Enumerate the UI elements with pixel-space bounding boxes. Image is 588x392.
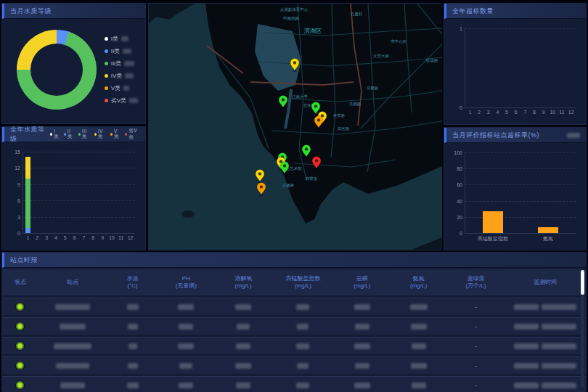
legend-item[interactable]: V类 [110,128,121,140]
table-cell [38,324,107,330]
value-redacted [128,324,138,330]
x-axis-tick: 7 [523,110,526,115]
table-cell: - [447,362,505,369]
value-redacted [235,363,251,369]
table-cell [334,324,391,330]
donut-chart [17,30,97,110]
x-axis-tick: 2 [478,110,481,115]
pin-center-dot [258,172,261,175]
y-axis-tick: 1 [460,26,462,31]
y-axis-tick: 6 [17,198,20,203]
legend-dot [94,133,97,136]
table-row[interactable]: - [2,337,586,354]
panel-station-report: 站点时报 状态站点水温(°C)PH(无量纲)溶解氧(mg/L)高锰酸盐指数(mg… [1,252,587,391]
legend-dot [125,133,127,136]
gridline [465,152,576,153]
bar[interactable] [538,227,558,233]
legend-item[interactable]: V类 [105,82,138,94]
status-indicator [16,322,24,330]
gridline [465,168,576,169]
legend-item[interactable]: III类 [78,128,90,140]
timestamp-redacted [514,363,539,369]
legend-value-redacted [123,86,129,91]
table-cell [2,381,38,389]
panel-header: 全年超标数量 [444,4,586,19]
y-axis-tick: 80 [457,166,462,171]
legend-item[interactable]: I类 [50,128,60,140]
timestamp-redacted [542,343,576,349]
column-header: 高锰酸盐指数(mg/L) [272,275,334,290]
legend-dot [105,62,108,65]
panel-corner-redacted-text[interactable] [567,133,580,138]
table-row[interactable]: - [2,298,586,315]
table-scrollbar-thumb[interactable] [581,270,584,295]
legend-item[interactable]: III类 [105,57,138,70]
y-axis-tick: 9 [17,181,20,187]
y-axis-tick: 0 [460,231,462,236]
legend-label: II类 [68,128,74,140]
value-redacted [179,383,193,388]
table-cell [2,303,38,311]
timestamp-redacted [514,304,539,310]
legend-dot [110,133,113,136]
donut-hole [30,44,83,96]
table-cell [391,304,447,310]
pin-center-dot [282,98,285,101]
x-axis-tick: 6 [73,235,76,240]
bar[interactable] [25,157,30,179]
algae-value: - [475,323,477,330]
value-redacted [236,343,250,349]
legend-item[interactable]: 劣V类 [105,94,138,107]
map-place-label: 天安大桥 [373,54,390,58]
value-redacted [354,304,370,310]
legend-label: V类 [114,128,121,140]
table-cell [214,363,272,369]
legend-dot [50,133,52,136]
legend-item[interactable]: I类 [105,33,138,45]
legend-dot [105,86,108,90]
value-redacted [410,304,428,310]
table-cell [214,304,272,310]
legend-value-redacted [125,73,134,78]
pin-center-dot [317,118,320,121]
table-row[interactable]: - [2,376,586,392]
status-indicator [16,381,24,389]
gridline [23,217,135,218]
table-row[interactable]: - [2,317,586,335]
column-header: PH(无量纲) [158,275,214,290]
table-cell [38,363,107,369]
legend-item[interactable]: II类 [64,128,74,140]
legend-item[interactable]: 劣V类 [125,128,139,141]
bar[interactable] [25,228,30,233]
legend-value-redacted [123,49,131,54]
table-row[interactable]: - [2,356,586,374]
legend-item[interactable]: IV类 [105,70,138,82]
y-axis-tick: 100 [454,150,462,155]
table-cell [158,363,214,369]
map-place-label: 中南西路 [283,16,300,21]
legend-item[interactable]: IV类 [94,128,106,140]
legend-dot [78,133,81,136]
map-place-label: 薛家里 [306,176,318,181]
timestamp-redacted [542,304,576,310]
bar[interactable] [483,211,503,233]
table-cell [38,304,107,310]
timestamp-redacted [514,343,539,349]
legend-item[interactable]: II类 [105,45,138,57]
station-map[interactable]: 太湖新体育中心中南西路五星村市中心区江南大学北区桥天安大桥机场路吴都路吴都路寿安… [148,3,441,250]
map-place-label: 机场路 [426,58,438,63]
gridline [465,28,576,29]
column-header: 蓝绿藻(万个/L) [447,275,505,290]
x-axis-tick: 10 [109,235,115,240]
table-cell [38,383,107,388]
gridline [23,200,135,201]
value-redacted [354,383,370,388]
x-axis-tick: 12 [128,235,134,240]
table-scrollbar-track[interactable] [581,270,584,388]
pin-center-dot [283,164,286,167]
table-cell [505,383,586,388]
bar[interactable] [25,179,30,227]
y-axis-tick: 12 [15,166,20,171]
status-indicator [16,362,24,369]
panel-exceed-rate: 当月评价指标站点超标率(%) 020406080100高锰酸盐指数氨氮 [444,127,587,250]
